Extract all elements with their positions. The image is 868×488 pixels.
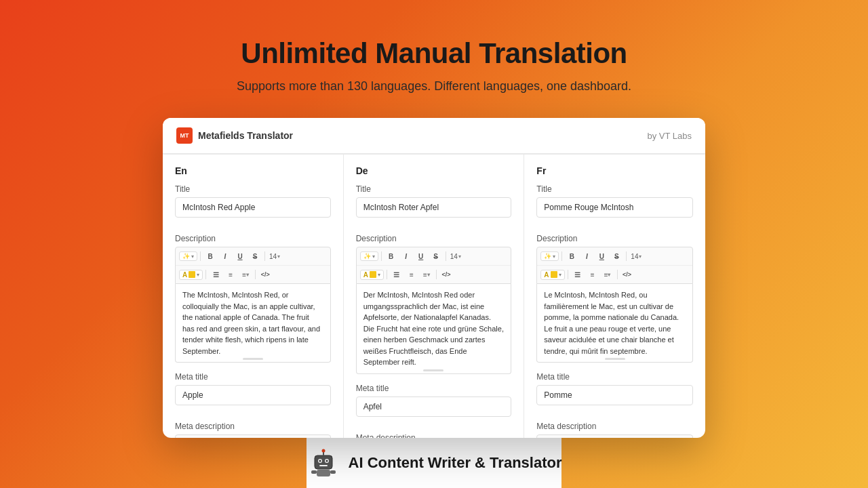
- logo-area: MT Metafields Translator: [176, 127, 293, 144]
- align-en[interactable]: ≡▾: [239, 268, 252, 281]
- sep1: [200, 251, 201, 261]
- meta-title-input-de[interactable]: [356, 396, 512, 417]
- title-input-en[interactable]: [175, 197, 331, 218]
- toolbar-row1-de: ✨▾ B I U S 14▾: [357, 247, 511, 266]
- desc-toolbar-de: ✨▾ B I U S 14▾ A▾ ☰ ≡ ≡▾: [356, 247, 512, 284]
- italic-btn-en[interactable]: I: [218, 249, 232, 263]
- title-section-en: Title: [175, 184, 331, 227]
- strike-btn-fr[interactable]: S: [610, 249, 623, 263]
- underline-btn-de[interactable]: U: [414, 249, 428, 263]
- meta-title-section-de: Meta title: [356, 384, 512, 426]
- meta-italic-en[interactable]: I: [218, 437, 232, 438]
- lang-code-en: En: [175, 165, 331, 176]
- list-ol-de[interactable]: ≡: [405, 268, 418, 281]
- desc-editor-en[interactable]: The McIntosh, McIntosh Red, or colloquia…: [175, 284, 331, 363]
- underline-btn-en[interactable]: U: [233, 249, 247, 263]
- bold-btn-fr[interactable]: B: [565, 249, 578, 263]
- svg-rect-10: [330, 470, 336, 474]
- title-label-fr: Title: [536, 184, 693, 194]
- list-ol-fr[interactable]: ≡: [586, 268, 599, 281]
- desc-section-de: Description ✨▾ B I U S 14▾ A▾: [356, 234, 512, 374]
- logo-text: Metafields Translator: [198, 130, 293, 141]
- title-label-en: Title: [175, 184, 331, 194]
- code-btn-fr[interactable]: </>: [620, 268, 634, 281]
- meta-desc-section-en: Meta description ✨▾ B I U S 14▾: [175, 422, 331, 438]
- svg-point-7: [321, 449, 325, 453]
- column-de: De Title Description ✨▾ B I U S 14: [344, 155, 525, 438]
- scrollbar-en: [243, 358, 263, 360]
- ai-button-fr[interactable]: ✨▾: [540, 251, 559, 261]
- align-de[interactable]: ≡▾: [420, 268, 433, 281]
- svg-point-4: [326, 460, 328, 462]
- bold-btn-de[interactable]: B: [384, 249, 398, 263]
- color-btn-en[interactable]: A▾: [179, 270, 203, 280]
- desc-section-fr: Description ✨▾ B I U S 14▾ A▾: [536, 234, 693, 363]
- desc-text-de: Der McIntosh, McIntosh Red oder umgangss…: [363, 291, 504, 366]
- ai-button-de[interactable]: ✨▾: [360, 251, 378, 261]
- underline-btn-fr[interactable]: U: [595, 249, 608, 263]
- italic-btn-de[interactable]: I: [399, 249, 413, 263]
- meta-underline-en[interactable]: U: [233, 437, 247, 438]
- meta-title-label-en: Meta title: [175, 372, 331, 382]
- desc-toolbar-fr: ✨▾ B I U S 14▾ A▾ ☰ ≡ ≡▾: [536, 247, 693, 284]
- code-btn-en[interactable]: </>: [258, 268, 272, 281]
- svg-rect-8: [317, 470, 330, 476]
- title-input-fr[interactable]: [536, 197, 693, 218]
- lang-code-fr: Fr: [536, 165, 693, 176]
- toolbar-row1-en: ✨▾ B I U S 14▾: [176, 247, 330, 266]
- toolbar-row2-en: A▾ ☰ ≡ ≡▾ </>: [176, 266, 330, 283]
- meta-title-label-de: Meta title: [356, 384, 512, 393]
- meta-title-input-fr[interactable]: [536, 385, 693, 405]
- sep4: [255, 270, 256, 279]
- meta-italic-fr[interactable]: I: [580, 437, 593, 438]
- list-ul-de[interactable]: ☰: [390, 268, 403, 281]
- logo-abbr: MT: [180, 132, 189, 139]
- hero-title: Unlimited Manual Translation: [241, 37, 627, 70]
- meta-strike-en[interactable]: S: [248, 437, 262, 438]
- font-size-de[interactable]: 14▾: [450, 253, 461, 260]
- meta-underline-fr[interactable]: U: [595, 437, 608, 438]
- desc-label-en: Description: [175, 234, 331, 243]
- bold-btn-en[interactable]: B: [203, 249, 217, 263]
- meta-desc-section-fr: Meta description ✨▾ B I U S 14▾: [536, 422, 693, 438]
- meta-desc-label-de: Meta description: [356, 433, 512, 439]
- strike-btn-de[interactable]: S: [429, 249, 443, 263]
- scrollbar-de: [423, 369, 443, 371]
- ai-button-en[interactable]: ✨▾: [179, 251, 197, 261]
- meta-toolbar-row1-fr: ✨▾ B I U S 14▾: [537, 435, 692, 438]
- list-ul-fr[interactable]: ☰: [571, 268, 585, 281]
- title-input-de[interactable]: [356, 197, 512, 218]
- svg-rect-0: [315, 455, 332, 469]
- font-size-fr[interactable]: 14▾: [631, 253, 642, 260]
- desc-editor-fr[interactable]: Le McIntosh, McIntosh Red, ou familièrem…: [536, 284, 693, 363]
- italic-btn-fr[interactable]: I: [580, 249, 593, 263]
- desc-editor-de[interactable]: Der McIntosh, McIntosh Red oder umgangss…: [356, 284, 512, 374]
- logo-icon: MT: [176, 127, 193, 144]
- svg-rect-5: [319, 465, 328, 466]
- meta-desc-section-de: Meta description ✨▾ B I U S 14▾: [356, 433, 512, 439]
- meta-title-input-en[interactable]: [175, 385, 331, 405]
- list-ul-en[interactable]: ☰: [209, 268, 222, 281]
- font-size-en[interactable]: 14▾: [269, 253, 280, 260]
- meta-strike-fr[interactable]: S: [610, 437, 623, 438]
- color-btn-de[interactable]: A▾: [360, 270, 384, 280]
- svg-rect-9: [311, 470, 317, 474]
- title-section-de: Title: [356, 184, 512, 227]
- svg-point-3: [319, 460, 321, 462]
- app-window: MT Metafields Translator by VT Labs En T…: [163, 118, 705, 438]
- list-ol-en[interactable]: ≡: [224, 268, 237, 281]
- meta-title-section-en: Meta title: [175, 372, 331, 415]
- meta-bold-en[interactable]: B: [203, 437, 217, 438]
- meta-bold-fr[interactable]: B: [565, 437, 578, 438]
- meta-title-section-fr: Meta title: [536, 372, 693, 415]
- color-btn-fr[interactable]: A▾: [540, 270, 564, 280]
- strike-btn-en[interactable]: S: [248, 249, 262, 263]
- meta-toolbar-row1-en: ✨▾ B I U S 14▾: [176, 435, 330, 438]
- desc-text-en: The McIntosh, McIntosh Red, or colloquia…: [182, 291, 320, 355]
- scrollbar-fr: [605, 358, 625, 360]
- desc-label-fr: Description: [536, 234, 693, 243]
- sep3: [205, 270, 206, 279]
- align-fr[interactable]: ≡▾: [601, 268, 614, 281]
- columns-area: En Title Description ✨▾ B I U S 14: [163, 154, 705, 438]
- code-btn-de[interactable]: </>: [439, 268, 453, 281]
